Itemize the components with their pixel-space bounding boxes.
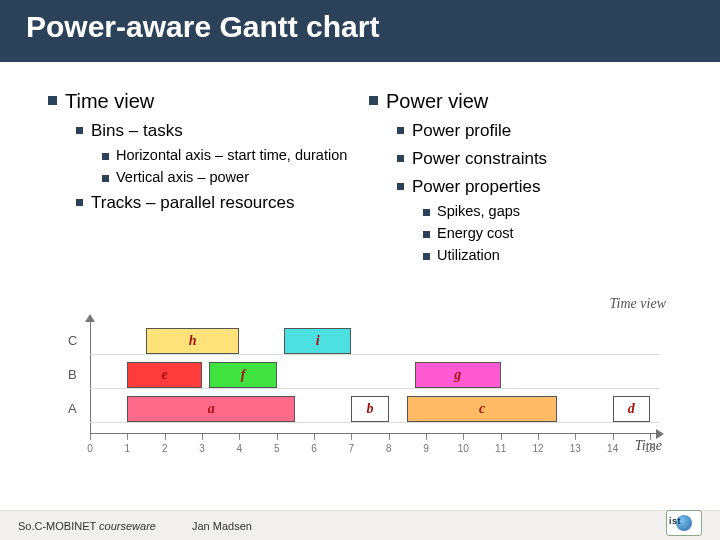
bullet-icon — [397, 155, 404, 162]
x-tick — [239, 434, 240, 440]
track-label: A — [68, 401, 77, 416]
x-tick-label: 15 — [644, 443, 655, 454]
bins-label: Bins – tasks — [91, 121, 183, 141]
bullet-icon — [423, 231, 430, 238]
slide: Power-aware Gantt chart Time view Bins –… — [0, 0, 720, 540]
task-bar-h: h — [146, 328, 239, 354]
x-tick-label: 7 — [349, 443, 355, 454]
x-tick-label: 14 — [607, 443, 618, 454]
bullet-icon — [397, 127, 404, 134]
x-tick — [90, 434, 91, 440]
task-bar-g: g — [415, 362, 501, 388]
x-tick-label: 9 — [423, 443, 429, 454]
task-bar-e: e — [127, 362, 202, 388]
y-axis — [90, 318, 91, 434]
x-tick — [351, 434, 352, 440]
x-tick — [463, 434, 464, 440]
x-tick — [165, 434, 166, 440]
tracks-label: Tracks – parallel resources — [91, 193, 294, 213]
bullet-text: Energy cost — [437, 225, 514, 241]
x-tick-label: 0 — [87, 443, 93, 454]
courseware-prefix: So.C-MOBINET — [18, 520, 96, 532]
title-bar: Power-aware Gantt chart — [0, 0, 720, 62]
left-heading: Time view — [65, 90, 154, 113]
x-tick-label: 6 — [311, 443, 317, 454]
x-tick-label: 11 — [495, 443, 506, 454]
content-columns: Time view Bins – tasks Horizontal axis –… — [0, 62, 720, 273]
x-tick-label: 4 — [237, 443, 243, 454]
ist-logo: ist — [666, 510, 702, 536]
x-tick — [575, 434, 576, 440]
x-tick — [613, 434, 614, 440]
x-tick-label: 2 — [162, 443, 168, 454]
bullet-icon — [102, 175, 109, 182]
footer: So.C-MOBINET courseware Jan Madsen ist — [0, 510, 720, 540]
x-tick — [426, 434, 427, 440]
x-tick-label: 5 — [274, 443, 280, 454]
grid-line — [90, 388, 660, 389]
task-bar-f: f — [209, 362, 276, 388]
bullet-icon — [423, 209, 430, 216]
left-column: Time view Bins – tasks Horizontal axis –… — [48, 90, 369, 273]
bullet-text: Power properties — [412, 177, 541, 197]
author-label: Jan Madsen — [192, 520, 252, 532]
bullet-icon — [76, 199, 83, 206]
gantt-chart: Time view Time ABCabcdefghi0123456789101… — [60, 318, 660, 478]
x-tick-label: 10 — [458, 443, 469, 454]
x-tick — [501, 434, 502, 440]
task-bar-b: b — [351, 396, 388, 422]
bullet-icon — [102, 153, 109, 160]
task-bar-c: c — [407, 396, 556, 422]
x-tick — [650, 434, 651, 440]
bullet-icon — [369, 96, 378, 105]
logo-text: ist — [669, 516, 681, 526]
x-tick-label: 1 — [125, 443, 131, 454]
task-bar-d: d — [613, 396, 650, 422]
x-tick — [277, 434, 278, 440]
task-bar-a: a — [127, 396, 295, 422]
bullet-text: Vertical axis – power — [116, 169, 249, 185]
bullet-text: Spikes, gaps — [437, 203, 520, 219]
x-tick-label: 13 — [570, 443, 581, 454]
x-tick — [202, 434, 203, 440]
slide-title: Power-aware Gantt chart — [26, 10, 700, 44]
bullet-icon — [397, 183, 404, 190]
task-bar-i: i — [284, 328, 351, 354]
bullet-icon — [76, 127, 83, 134]
right-column: Power view Power profile Power constrain… — [369, 90, 690, 273]
x-tick-label: 3 — [199, 443, 205, 454]
courseware-suffix: courseware — [99, 520, 156, 532]
courseware-label: So.C-MOBINET courseware — [18, 520, 156, 532]
chart-title: Time view — [610, 296, 666, 312]
arrow-up-icon — [85, 314, 95, 322]
bullet-text: Horizontal axis – start time, duration — [116, 147, 347, 163]
bullet-text: Power profile — [412, 121, 511, 141]
bullet-icon — [48, 96, 57, 105]
track-label: B — [68, 367, 77, 382]
grid-line — [90, 422, 660, 423]
track-label: C — [68, 333, 77, 348]
bullet-icon — [423, 253, 430, 260]
x-tick — [538, 434, 539, 440]
right-heading: Power view — [386, 90, 488, 113]
x-tick-label: 8 — [386, 443, 392, 454]
bullet-text: Power constraints — [412, 149, 547, 169]
bullet-text: Utilization — [437, 247, 500, 263]
x-tick — [127, 434, 128, 440]
x-tick-label: 12 — [532, 443, 543, 454]
x-tick — [389, 434, 390, 440]
grid-line — [90, 354, 660, 355]
x-tick — [314, 434, 315, 440]
